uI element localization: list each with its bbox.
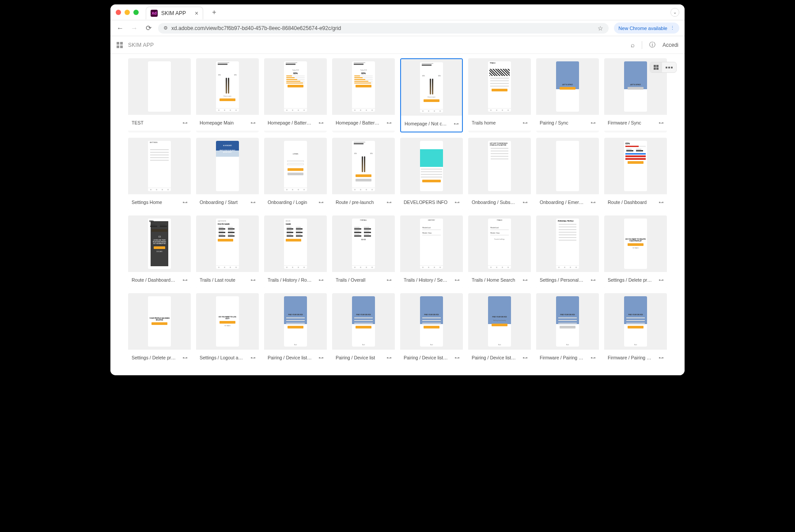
artboard-label: Settings / Personal pro… (540, 277, 584, 283)
artboard-card[interactable]: LET'S SYNC! Pairing / Sync (536, 58, 599, 132)
artboard-thumbnail: ROUTENAME (264, 215, 327, 272)
artboard-footer: Onboarding / Start (196, 194, 259, 210)
site-settings-icon[interactable]: ⚙ (163, 25, 168, 31)
maximize-window-button[interactable] (133, 10, 139, 15)
artboard-card[interactable]: FIND YOUR DEVICEBack Pairing / Device li… (332, 293, 395, 366)
flow-icon[interactable] (251, 202, 255, 203)
artboard-card[interactable]: FIND YOUR DEVICEBack Firmware / Pairing … (536, 293, 599, 366)
flow-icon[interactable] (659, 357, 663, 358)
flow-icon[interactable] (659, 279, 663, 281)
flow-icon[interactable] (523, 122, 527, 124)
artboard-card[interactable]: TRAILS Trails home (468, 58, 531, 132)
close-tab-button[interactable]: × (195, 10, 198, 17)
grid-view-button[interactable] (650, 62, 662, 72)
flow-icon[interactable] (183, 279, 187, 281)
artboard-card[interactable]: LET'S GET TO KNOW EACH OTHER A LITTLE BE… (468, 138, 531, 210)
flow-icon[interactable] (523, 357, 527, 358)
minimize-window-button[interactable] (125, 10, 130, 15)
artboard-card[interactable]: 60%60%Device name Homepage Main (196, 58, 259, 132)
url-field[interactable]: ⚙ xd.adobe.com/view/bc7f6b97-bd40-457b-8… (158, 23, 609, 34)
flow-icon[interactable] (591, 279, 595, 281)
flow-icon[interactable] (183, 122, 187, 124)
artboard-card[interactable]: ❄ ESKIMOREADY FOR YOUR NEXT ADVENTURE? O… (196, 138, 259, 210)
flow-icon[interactable] (183, 202, 187, 203)
flow-icon[interactable] (523, 279, 527, 281)
flow-icon[interactable] (591, 357, 595, 358)
flow-icon[interactable] (387, 202, 391, 203)
artboard-card[interactable]: 86%⊡LOOKS LIKE YOUR ROUTE RECORDING GOT … (128, 215, 191, 288)
browser-tab[interactable]: Xd SKIM APP × (146, 7, 203, 19)
artboard-card[interactable]: LOGIN Onboarding / Login (264, 138, 327, 210)
home-grid-icon[interactable] (117, 42, 123, 48)
artboard-footer: Route / Dashboard (604, 194, 667, 210)
signin-button[interactable]: Accedi (662, 42, 678, 48)
flow-icon[interactable] (183, 357, 187, 358)
artboard-card[interactable]: DO YOU WANT TO LOG OUT?GO BACK Settings … (196, 293, 259, 366)
artboard-card[interactable]: FIND YOUR DEVICEBack Pairing / Device li… (400, 293, 463, 366)
flow-icon[interactable] (319, 122, 323, 124)
artboard-card[interactable]: YOUR PROFILE HAS BEEN DELETED Settings /… (128, 293, 191, 366)
flow-icon[interactable] (591, 122, 595, 124)
artboard-footer: Homepage / Battery d… (264, 115, 327, 131)
artboard-card[interactable]: Today 8:3060% Homepage / Battery d… (264, 58, 327, 132)
flow-icon[interactable] (387, 279, 391, 281)
flow-icon[interactable] (251, 357, 255, 358)
artboard-card[interactable]: Onboarding / Emerge… (536, 138, 599, 210)
artboard-card[interactable]: HISTORYWhistler/LandWhistler / Snow Trai… (400, 215, 463, 288)
artboard-thumbnail (128, 58, 191, 115)
chrome-update-chip[interactable]: New Chrome available ⋮ (614, 23, 679, 34)
artboard-card[interactable]: Today 8:3060% Homepage / Battery d… (332, 58, 395, 132)
flow-icon[interactable] (455, 279, 459, 281)
bookmark-star-icon[interactable]: ☆ (598, 25, 603, 32)
flow-icon[interactable] (455, 357, 459, 358)
flow-icon[interactable] (659, 202, 663, 203)
flow-icon[interactable] (455, 202, 459, 203)
artboard-thumbnail: 60%60% (332, 138, 395, 194)
artboard-card[interactable]: FIND YOUR DEVICEBack Firmware / Pairing … (604, 293, 667, 366)
artboard-thumbnail: LET'S GET TO KNOW EACH OTHER A LITTLE BE… (468, 138, 531, 194)
flow-icon[interactable] (251, 122, 255, 124)
artboard-card[interactable]: 65% Route / Dashboard (604, 138, 667, 210)
flow-icon[interactable] (454, 123, 458, 125)
artboard-card[interactable]: DO YOU WANT TO DELETE YOUR PROFILE?GO BA… (604, 215, 667, 288)
forward-button[interactable]: → (130, 24, 139, 32)
artboard-card[interactable]: 60%60% Route / pre-launch (332, 138, 395, 210)
flow-icon[interactable] (319, 357, 323, 358)
artboard-card[interactable]: PERSONAL PROFILE Settings / Personal pro… (536, 215, 599, 288)
help-icon[interactable]: ⓘ (649, 41, 655, 49)
flow-icon[interactable] (319, 279, 323, 281)
artboard-footer: Trails / Last route (196, 272, 259, 288)
artboard-label: Trails / Overall (336, 277, 365, 283)
back-button[interactable]: ← (116, 24, 125, 32)
artboard-card[interactable]: LAST ROUTEROUTE NAME Trails / Last route (196, 215, 259, 288)
artboard-card[interactable]: FIND YOUR DEVICENothing found nearbyBack… (468, 293, 531, 366)
artboard-card[interactable]: ROUTENAME Trails / History / Route… (264, 215, 327, 288)
chrome-menu-icon: ⋮ (670, 25, 675, 31)
new-tab-button[interactable]: + (209, 8, 219, 17)
flow-icon[interactable] (251, 279, 255, 281)
artboard-grid-container: TEST 60%60%Device name Homepage Main Tod… (110, 54, 685, 375)
flow-icon[interactable] (523, 202, 527, 203)
artboard-card[interactable]: TRAILSWhistler/LandWhistler / SnowFavori… (468, 215, 531, 288)
artboard-card[interactable]: OVERALL00:00 Trails / Overall (332, 215, 395, 288)
artboard-footer: Homepage / Battery d… (332, 115, 395, 131)
artboard-card[interactable]: TEST (128, 58, 191, 132)
artboard-thumbnail: LET'S SYNC! (536, 58, 599, 115)
tabs-overflow-button[interactable]: ⌄ (670, 8, 679, 17)
reload-button[interactable]: ⟳ (144, 24, 153, 32)
flow-icon[interactable] (659, 122, 663, 124)
view-toggle (650, 62, 677, 73)
search-icon[interactable]: ⌕ (631, 41, 635, 49)
artboard-footer: Settings / Delete profil… (128, 350, 191, 366)
flow-icon[interactable] (387, 357, 391, 358)
artboard-card[interactable]: SETTINGS Settings Home (128, 138, 191, 210)
artboard-thumbnail: 60%60%Device name (196, 58, 259, 115)
artboard-card[interactable]: FIND YOUR DEVICEBack Pairing / Device li… (264, 293, 327, 366)
flow-icon[interactable] (387, 122, 391, 124)
artboard-card[interactable]: 60%60%Device name Homepage / Not conn… (400, 58, 463, 132)
flow-icon[interactable] (591, 202, 595, 203)
artboard-card[interactable]: DEVELOPERS INFO (400, 138, 463, 210)
flow-icon[interactable] (319, 202, 323, 203)
close-window-button[interactable] (116, 10, 121, 15)
flow-view-button[interactable] (662, 62, 676, 72)
